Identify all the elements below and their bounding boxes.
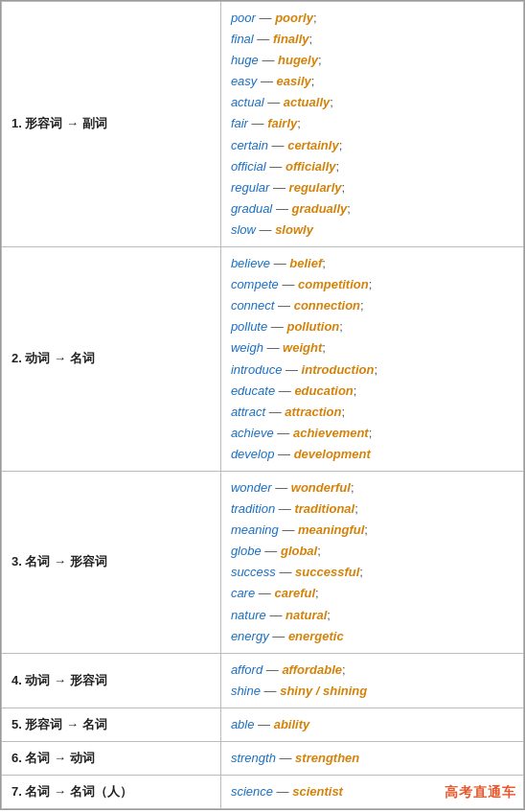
word-original: wonder (231, 480, 272, 495)
word-pair: fair — fairly; (231, 113, 514, 134)
word-original: develop (231, 447, 275, 461)
word-derived: achievement (293, 426, 369, 440)
word-pair: attract — attraction; (231, 402, 514, 423)
category-label-1: 1. 形容词 → 副词 (2, 2, 221, 247)
word-pair: meaning — meaningful; (231, 520, 514, 541)
main-table: 1. 形容词 → 副词poor — poorly;final — finally… (0, 0, 525, 810)
word-pair: wonder — wonderful; (231, 477, 514, 499)
semicolon: ; (313, 11, 317, 25)
semicolon: ; (339, 319, 343, 334)
word-derived: shiny / shining (280, 684, 367, 698)
word-derived: poorly (275, 11, 313, 25)
semicolon: ; (342, 662, 346, 677)
word-pair: strength — strengthen (231, 748, 514, 769)
arrow-symbol: — (264, 95, 284, 109)
word-original: energy (231, 629, 269, 643)
semicolon: ; (354, 501, 358, 516)
word-original: tradition (231, 501, 275, 516)
category-label-4: 4. 动词 → 形容词 (2, 653, 221, 708)
arrow-symbol: — (254, 32, 273, 46)
semicolon: ; (315, 586, 319, 600)
word-pair: science — scientist (231, 781, 514, 802)
word-derived: regularly (289, 180, 342, 195)
category-label-6: 6. 名词 → 动词 (2, 742, 221, 776)
category-pairs-6: strength — strengthen (220, 742, 523, 776)
word-original: able (231, 717, 255, 731)
word-original: certain (231, 138, 268, 152)
word-derived: successful (295, 565, 359, 579)
arrow-symbol: — (269, 629, 288, 643)
category-pairs-5: able — ability (220, 708, 523, 741)
word-derived: meaningful (298, 522, 364, 537)
word-pair: afford — affordable; (231, 660, 514, 681)
word-original: final (231, 32, 254, 46)
arrow-symbol: — (248, 116, 267, 130)
word-pair: achieve — achievement; (231, 423, 514, 444)
word-original: pollute (231, 319, 267, 334)
semicolon: ; (311, 74, 315, 88)
word-original: regular (231, 180, 269, 195)
word-derived: connection (294, 298, 360, 313)
word-derived: hugely (278, 53, 318, 67)
arrow-symbol: — (276, 565, 295, 579)
word-derived: gradually (292, 201, 348, 216)
word-original: achieve (231, 426, 274, 440)
word-original: actual (231, 95, 264, 109)
word-original: science (231, 784, 273, 799)
word-pair: nature — natural; (231, 605, 514, 626)
word-pair: educate — education; (231, 381, 514, 402)
arrow-symbol: — (254, 717, 273, 731)
word-pair: official — officially; (231, 156, 514, 177)
semicolon: ; (297, 116, 301, 130)
semicolon: ; (341, 405, 345, 419)
word-original: poor (231, 11, 256, 25)
word-derived: competition (298, 277, 369, 291)
semicolon: ; (339, 138, 343, 152)
category-pairs-4: afford — affordable;shine — shiny / shin… (220, 653, 523, 708)
arrow-symbol: — (261, 684, 280, 698)
word-original: fair (231, 116, 248, 130)
semicolon: ; (317, 544, 321, 558)
category-label-3: 3. 名词 → 形容词 (2, 471, 221, 653)
word-pair: slow — slowly (231, 220, 514, 241)
arrow-symbol: — (274, 447, 293, 461)
word-derived: belief (289, 256, 322, 270)
semicolon: ; (369, 277, 373, 291)
semicolon: ; (359, 565, 363, 579)
word-pair: connect — connection; (231, 295, 514, 316)
word-pair: energy — energetic (231, 626, 514, 647)
word-pair: pollute — pollution; (231, 316, 514, 337)
semicolon: ; (374, 362, 377, 377)
semicolon: ; (336, 159, 340, 174)
word-original: connect (231, 298, 275, 313)
semicolon: ; (347, 201, 351, 216)
word-original: care (231, 586, 255, 600)
arrow-symbol: — (262, 544, 281, 558)
word-pair: globe — global; (231, 541, 514, 562)
word-derived: easily (277, 74, 311, 88)
word-derived: development (294, 447, 371, 461)
word-original: compete (231, 277, 279, 291)
word-derived: global (281, 544, 317, 558)
arrow-symbol: — (279, 277, 298, 291)
word-derived: pollution (286, 319, 339, 334)
word-pair: develop — development (231, 444, 514, 465)
word-pair: weigh — weight; (231, 337, 514, 359)
word-pair: success — successful; (231, 562, 514, 583)
category-label-7: 7. 名词 → 名词（人） (2, 776, 221, 809)
word-original: strength (231, 751, 276, 765)
category-pairs-2: believe — belief;compete — competition;c… (220, 247, 523, 472)
semicolon: ; (342, 180, 346, 195)
arrow-symbol: — (275, 383, 294, 398)
arrow-symbol: — (268, 138, 287, 152)
word-pair: believe — belief; (231, 253, 514, 274)
word-derived: traditional (294, 501, 354, 516)
arrow-symbol: — (257, 74, 276, 88)
word-pair: certain — certainly; (231, 135, 514, 156)
word-derived: officially (285, 159, 336, 174)
word-original: attract (231, 405, 265, 419)
semicolon: ; (309, 32, 313, 46)
word-original: easy (231, 74, 257, 88)
word-derived: energetic (288, 629, 344, 643)
word-derived: wonderful (291, 480, 351, 495)
